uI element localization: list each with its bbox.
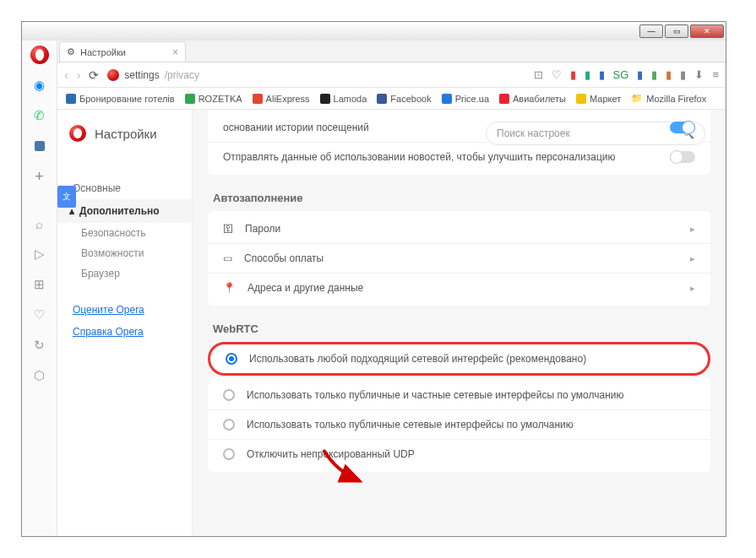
bookmark-item[interactable]: ROZETKA xyxy=(185,94,242,104)
sidebar-help-link[interactable]: Справка Opera xyxy=(57,321,192,343)
tab-strip: ⚙ Настройки × xyxy=(57,41,726,62)
section-title-webrtc: WebRTC xyxy=(213,322,710,335)
sidebar-item-security[interactable]: Безопасность xyxy=(57,223,192,243)
chevron-right-icon: ▸ xyxy=(690,253,695,264)
page-title: Настройки xyxy=(95,127,157,141)
back-icon[interactable]: ‹ xyxy=(64,68,68,82)
vk-icon[interactable] xyxy=(30,137,49,155)
opera-logo-icon[interactable] xyxy=(30,46,49,64)
radio-icon xyxy=(223,419,235,431)
ext1-icon[interactable]: ▮ xyxy=(570,68,576,81)
address-bar: ‹ › ⟳ settings/privacy ⊡ ♡ ▮ ▮ ▮ SG ▮ ▮ … xyxy=(57,62,726,88)
sidebar-item-browser[interactable]: Браузер xyxy=(57,263,192,284)
sidebar-item-features[interactable]: Возможности xyxy=(57,243,192,263)
bookmark-item[interactable]: Бронирование гoтелів xyxy=(66,94,175,104)
add-sidebar-button[interactable]: + xyxy=(30,167,49,186)
history-icon[interactable]: ↻ xyxy=(30,336,49,355)
autofill-addresses[interactable]: 📍Адреса и другие данные▸ xyxy=(208,274,710,302)
autofill-payment[interactable]: ▭Способы оплаты▸ xyxy=(208,244,710,274)
bookmark-item[interactable]: Price.ua xyxy=(442,94,489,104)
bookmark-item[interactable]: Авиабилеты xyxy=(499,94,566,104)
heart-icon[interactable]: ♡ xyxy=(552,68,562,81)
webrtc-option-3[interactable]: Использовать только публичные сетевые ин… xyxy=(208,410,710,440)
url-field[interactable]: settings/privacy xyxy=(107,69,525,81)
ext2-icon[interactable]: ▮ xyxy=(585,68,590,81)
settings-page: Поиск настроек 🔍 основании истории посещ… xyxy=(193,110,726,536)
messenger-icon[interactable]: ◉ xyxy=(30,76,49,95)
key-icon: ⚿ xyxy=(223,223,233,235)
radio-icon xyxy=(223,448,235,460)
sidebar-rate-link[interactable]: Оцените Opera xyxy=(57,299,192,321)
heart-icon[interactable]: ♡ xyxy=(30,306,49,324)
extensions-icon[interactable]: ⬡ xyxy=(30,366,49,385)
whatsapp-icon[interactable]: ✆ xyxy=(30,106,49,125)
download-icon[interactable]: ⬇ xyxy=(694,68,704,81)
ext6-icon[interactable]: ▮ xyxy=(651,68,657,81)
ext7-icon[interactable]: ▮ xyxy=(666,68,672,81)
ext4-icon[interactable]: SG xyxy=(613,68,629,81)
screenshot-icon[interactable]: ⊡ xyxy=(534,68,543,81)
toggle-off[interactable] xyxy=(670,151,695,163)
tab-settings[interactable]: ⚙ Настройки × xyxy=(59,41,186,62)
send-icon[interactable]: ▷ xyxy=(30,245,49,263)
window-titlebar: — ▭ ✕ xyxy=(22,21,726,41)
forward-icon[interactable]: › xyxy=(77,68,81,82)
webrtc-option-highlighted: Использовать любой подходящий сетевой ин… xyxy=(208,342,710,376)
card-icon: ▭ xyxy=(223,252,232,264)
autofill-passwords[interactable]: ⚿Пароли▸ xyxy=(208,214,710,244)
setting-row[interactable]: Отправлять данные об использовании новос… xyxy=(208,143,710,171)
ext3-icon[interactable]: ▮ xyxy=(599,68,605,81)
section-title-autofill: Автозаполнение xyxy=(213,192,710,204)
tab-close-icon[interactable]: × xyxy=(172,46,178,58)
bookmark-item[interactable]: Lamoda xyxy=(320,94,367,104)
settings-sidebar: Настройки Основные ▴Дополнительно Безопа… xyxy=(57,110,193,536)
ext5-icon[interactable]: ▮ xyxy=(637,68,643,81)
reload-icon[interactable]: ⟳ xyxy=(89,68,99,82)
webrtc-option-2[interactable]: Использовать только публичные и частные … xyxy=(208,381,710,410)
webrtc-option-1[interactable]: Использовать любой подходящий сетевой ин… xyxy=(210,344,708,373)
search-icon[interactable]: ⌕ xyxy=(30,214,49,233)
sidebar-item-advanced[interactable]: ▴Дополнительно xyxy=(57,199,192,223)
webrtc-option-4[interactable]: Отключить непроксированный UDP xyxy=(208,440,710,469)
gear-icon: ⚙ xyxy=(67,46,75,57)
bookmark-item[interactable]: AliExpress xyxy=(253,94,310,104)
radio-icon xyxy=(223,389,235,401)
chevron-right-icon: ▸ xyxy=(690,283,695,294)
sidebar-item-basic[interactable]: Основные xyxy=(57,177,192,199)
radio-selected-icon xyxy=(226,353,237,365)
bookmark-item[interactable]: Маркет xyxy=(576,94,621,104)
bookmark-item[interactable]: Facebook xyxy=(377,94,431,104)
location-icon: 📍 xyxy=(223,282,236,294)
close-button[interactable]: ✕ xyxy=(690,24,724,38)
opera-logo-icon xyxy=(69,125,86,142)
bookmarks-bar: Бронирование гoтелів ROZETKA AliExpress … xyxy=(57,88,726,110)
minimize-button[interactable]: — xyxy=(639,24,663,38)
ext8-icon[interactable]: ▮ xyxy=(680,68,686,81)
bookmark-item[interactable]: 📁Mozilla Firefox xyxy=(631,93,706,104)
maximize-button[interactable]: ▭ xyxy=(665,24,688,38)
chevron-right-icon: ▸ xyxy=(690,224,695,235)
tab-label: Настройки xyxy=(80,47,126,57)
easy-setup-icon[interactable]: ≡ xyxy=(712,68,719,81)
browser-sidebar: ◉ ✆ + ⌕ ▷ ⊞ ♡ ↻ ⬡ xyxy=(22,41,57,536)
toggle-on[interactable] xyxy=(670,122,695,133)
opera-favicon-icon xyxy=(107,69,119,81)
speed-dial-icon[interactable]: ⊞ xyxy=(30,275,49,294)
translate-badge-icon[interactable]: 文 xyxy=(57,186,76,208)
